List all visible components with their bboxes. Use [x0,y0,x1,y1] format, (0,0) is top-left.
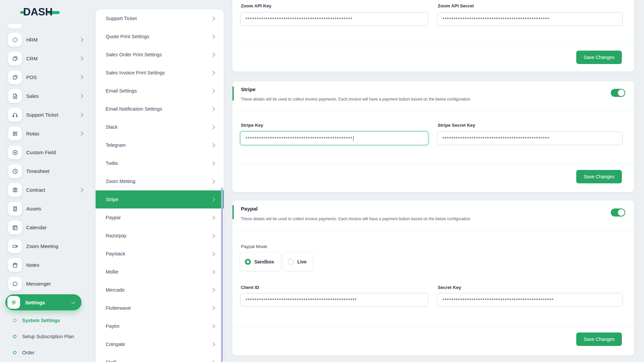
menu-item-slack[interactable]: Slack [96,118,224,136]
masked-value: ****************************************… [246,16,353,22]
menu-item-razorpay[interactable]: Razorpay [96,227,224,245]
sidebar-item-zoom-meeting[interactable]: Zoom Meeting [8,239,83,253]
zoom-api-secret-label: Zoom API Secret [438,3,474,8]
sidebar-item-assets[interactable]: Assets [8,202,83,216]
divider [232,164,634,164]
masked-value: ****************************************… [442,297,554,303]
menu-item-paytm[interactable]: Paytm [96,317,224,335]
sidebar-item-label: Zoom Meeting [26,243,58,249]
chevron-right-icon [79,131,83,136]
menu-item-flutterwave[interactable]: Flutterwave [96,299,224,317]
menu-item-twilio[interactable]: Twilio [96,154,224,172]
circle-plus-icon [8,145,22,159]
sidebar-item-label: Assets [26,206,41,212]
menu-item-zoom-metting[interactable]: Zoom Metting [96,172,224,190]
sidebar-subitem-setup-subscription-plan[interactable]: Setup Subscription Plan [0,328,88,345]
menu-item-email-settings[interactable]: Email Settings [96,82,224,100]
menu-item-mercado[interactable]: Mercado [96,281,224,299]
radio-sandbox[interactable]: Sandbox [240,252,280,271]
menu-item-paypal[interactable]: Paypal [96,208,224,227]
sidebar-item-crm[interactable]: CRM [8,52,83,65]
sidebar-item-support-ticket[interactable]: Support Ticket [8,108,83,122]
radio-live[interactable]: Live [283,252,313,271]
clipped-nav-icon-tile [8,24,22,28]
save-changes-button[interactable]: Save Changes [576,51,622,64]
stripe-secret-key-input[interactable]: ****************************************… [437,131,623,145]
sidebar-item-notes[interactable]: Notes [8,258,83,272]
zoom-api-secret-input[interactable]: ****************************************… [437,12,623,26]
chevron-right-icon [79,38,83,42]
chevron-right-icon [211,216,215,220]
zoom-api-key-input[interactable]: ****************************************… [240,12,428,26]
sidebar-item-label: Support Ticket [26,112,58,118]
chevron-right-icon [211,342,215,347]
settings-label: Settings [25,300,45,305]
save-changes-button[interactable]: Save Changes [576,170,622,183]
radio-unchecked-icon [288,259,294,265]
sidebar-item-timesheet[interactable]: Timesheet [8,164,83,178]
video-icon [8,239,22,253]
sidebar-item-sales[interactable]: Sales [8,89,83,103]
stripe-secret-key-label: Stripe Secret Key [438,123,475,128]
sidebar-item-label: POS [26,74,37,80]
sidebar-item-calendar[interactable]: Calendar [8,221,83,234]
chevron-right-icon [211,125,215,129]
divider [232,111,634,111]
menu-item-quote-print-settings[interactable]: Quote Print Settings [96,27,224,46]
menu-item-telegram[interactable]: Telegram [96,136,224,154]
chevron-right-icon [211,89,215,93]
client-id-label: Client ID [241,285,259,290]
menu-item-label: Sales Invoice Print Settings [106,70,165,75]
document-icon [8,89,22,103]
menu-item-label: Razorpay [106,233,126,238]
menu-item-label: Sales Order Print Settings [106,52,162,57]
sidebar-nav: HRM CRM POS Sales Support Ticket [0,33,88,296]
paypal-settings-card: Paypal These details will be used to col… [232,200,634,355]
chevron-right-icon [211,71,215,75]
client-id-input[interactable]: ****************************************… [240,293,428,307]
panel-scrollbar-thumb[interactable] [221,188,223,362]
save-changes-button[interactable]: Save Changes [576,333,622,346]
sidebar-item-pos[interactable]: POS [8,70,83,84]
menu-item-label: Coingate [106,342,125,347]
menu-item-label: Paytm [106,323,119,329]
chevron-right-icon [211,306,215,310]
radio-label: Live [297,259,307,264]
sidebar-item-custom-field[interactable]: Custom Field [8,145,83,159]
chevron-right-icon [211,270,215,274]
paypal-toggle[interactable] [611,208,625,217]
menu-item-paystack[interactable]: Paystack [96,245,224,263]
settings-menu-panel: Support Ticket Quote Print Settings Sale… [96,9,224,362]
stripe-toggle[interactable] [611,89,625,97]
menu-item-sales-order-print-settings[interactable]: Sales Order Print Settings [96,46,224,64]
chevron-right-icon [79,56,83,61]
calendar-icon [8,221,22,234]
stripe-key-input[interactable]: ****************************************… [240,131,428,145]
divider [232,327,634,327]
pos-icon [8,70,22,84]
app-logo[interactable]: DASH [20,6,60,18]
sidebar-item-rotas[interactable]: Rotas [8,127,83,140]
bullet-icon [13,319,16,322]
menu-item-stripe[interactable]: Stripe [96,190,224,208]
menu-item-skrill[interactable]: Skrill [96,353,224,362]
sidebar-subitem-system-settings[interactable]: System Settings [0,312,88,328]
menu-item-email-notification-settings[interactable]: Email Notification Settings [96,100,224,118]
crm-icon [8,52,22,65]
menu-item-support-ticket[interactable]: Support Ticket [96,9,224,27]
sidebar-item-messenger[interactable]: Messenger [8,277,83,291]
sidebar-item-settings[interactable]: Settings [5,294,82,310]
sidebar-subitem-order[interactable]: Order [0,345,88,361]
clock-icon [8,164,22,178]
sidebar-item-hrm[interactable]: HRM [8,33,83,47]
sidebar-item-contract[interactable]: Contract [8,183,83,197]
menu-item-mollie[interactable]: Mollie [96,263,224,281]
headphones-icon [8,108,22,122]
secret-key-input[interactable]: ****************************************… [437,293,623,307]
paypal-mode-radio-group: Sandbox Live [240,252,313,271]
main-content: Zoom API Key Zoom API Secret ***********… [232,0,634,362]
menu-item-sales-invoice-print-settings[interactable]: Sales Invoice Print Settings [96,64,224,82]
chevron-right-icon [211,234,215,238]
menu-item-label: Slack [106,124,117,130]
menu-item-coingate[interactable]: Coingate [96,335,224,353]
